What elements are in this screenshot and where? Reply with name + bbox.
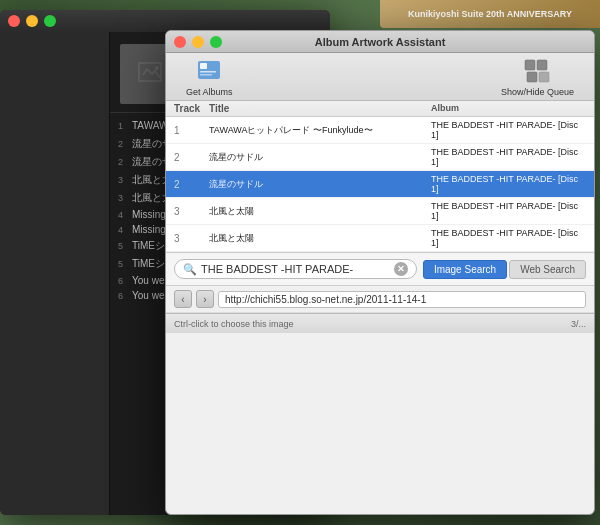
col-header-album: Album xyxy=(431,103,586,114)
browser-nav: ‹ › http://chichi55.blog.so-net.ne.jp/20… xyxy=(166,286,594,313)
get-albums-icon xyxy=(195,56,223,84)
show-hide-queue-button[interactable]: Show/Hide Queue xyxy=(493,52,582,101)
get-albums-button[interactable]: Get Albums xyxy=(178,52,241,101)
itunes-titlebar xyxy=(0,10,330,32)
tab-image-search[interactable]: Image Search xyxy=(423,260,507,279)
svg-point-0 xyxy=(155,66,159,70)
minimize-button[interactable] xyxy=(26,15,38,27)
table-header: Track Title Album xyxy=(166,101,594,117)
forward-button[interactable]: › xyxy=(196,290,214,308)
main-minimize-button[interactable] xyxy=(192,36,204,48)
table-row[interactable]: 1 TAWAWAヒットパレード 〜Funkylude〜 THE BADDEST … xyxy=(166,117,594,144)
svg-rect-8 xyxy=(539,72,549,82)
url-bar: http://chichi55.blog.so-net.ne.jp/2011-1… xyxy=(218,291,586,308)
main-maximize-button[interactable] xyxy=(210,36,222,48)
search-input[interactable] xyxy=(201,263,390,275)
get-albums-label: Get Albums xyxy=(186,87,233,97)
table-row[interactable]: 2 流星のサドル THE BADDEST -HIT PARADE- [Disc … xyxy=(166,171,594,198)
svg-rect-2 xyxy=(200,63,207,69)
svg-rect-3 xyxy=(200,71,216,73)
window-title: Album Artwork Assistant xyxy=(315,36,446,48)
top-banner-text: Kunikiyoshi Suite 20th ANNIVERSARY xyxy=(408,9,572,19)
top-banner: Kunikiyoshi Suite 20th ANNIVERSARY xyxy=(380,0,600,28)
table-row[interactable]: 3 北風と太陽 THE BADDEST -HIT PARADE- [Disc 1… xyxy=(166,225,594,252)
main-titlebar: Album Artwork Assistant xyxy=(166,31,594,53)
col-header-track: Track xyxy=(174,103,209,114)
status-bar: Ctrl-click to choose this image 3/... xyxy=(166,313,594,333)
browser-area: ‹ › http://chichi55.blog.so-net.ne.jp/20… xyxy=(166,286,594,313)
queue-icon xyxy=(523,56,551,84)
main-close-button[interactable] xyxy=(174,36,186,48)
search-icon: 🔍 xyxy=(183,263,197,276)
show-hide-queue-label: Show/Hide Queue xyxy=(501,87,574,97)
table-row[interactable]: 3 北風と太陽 THE BADDEST -HIT PARADE- [Disc 1… xyxy=(166,198,594,225)
itunes-sidebar xyxy=(0,32,110,515)
search-bar: 🔍 ✕ Image Search Web Search xyxy=(166,253,594,286)
search-tabs: Image Search Web Search xyxy=(423,260,586,279)
svg-rect-4 xyxy=(200,74,212,76)
track-table: Track Title Album 1 TAWAWAヒットパレード 〜Funky… xyxy=(166,101,594,253)
table-row[interactable]: 2 流星のサドル THE BADDEST -HIT PARADE- [Disc … xyxy=(166,144,594,171)
col-header-title: Title xyxy=(209,103,431,114)
tab-web-search[interactable]: Web Search xyxy=(509,260,586,279)
svg-rect-6 xyxy=(527,72,537,82)
search-clear-button[interactable]: ✕ xyxy=(394,262,408,276)
svg-rect-5 xyxy=(525,60,535,70)
close-button[interactable] xyxy=(8,15,20,27)
back-button[interactable]: ‹ xyxy=(174,290,192,308)
svg-rect-7 xyxy=(537,60,547,70)
main-toolbar: Get Albums Show/Hide Queue xyxy=(166,53,594,101)
maximize-button[interactable] xyxy=(44,15,56,27)
page-indicator: 3/... xyxy=(571,319,586,329)
status-hint: Ctrl-click to choose this image xyxy=(174,319,294,329)
search-input-wrapper: 🔍 ✕ xyxy=(174,259,417,279)
main-window: Album Artwork Assistant Get Albums xyxy=(165,30,595,515)
